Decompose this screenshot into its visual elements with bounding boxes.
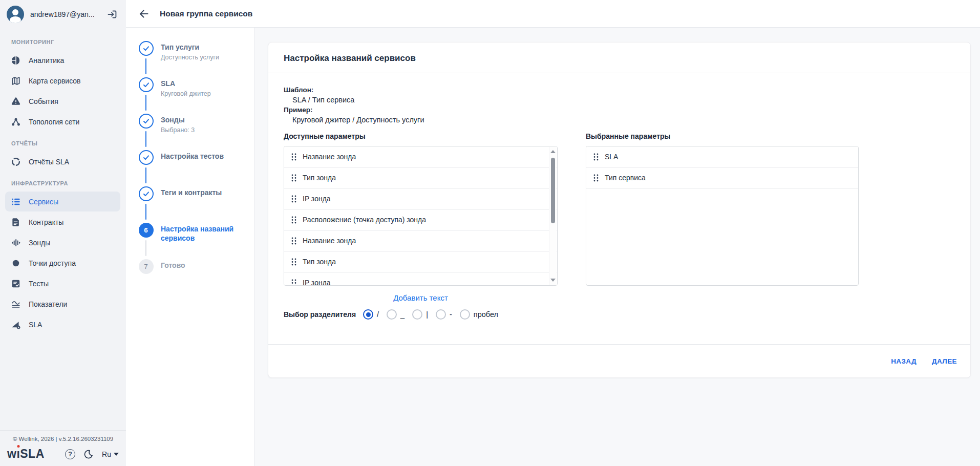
step-check-icon (139, 186, 154, 201)
param-row[interactable]: Расположение (точка доступа) зонда (284, 209, 557, 230)
separator-option-space[interactable]: пробел (460, 309, 498, 320)
param-row[interactable]: Тип сервиса (586, 167, 858, 188)
sidebar-item-label: Топология сети (29, 118, 79, 126)
step-tags-contracts[interactable]: Теги и контракты (138, 186, 249, 223)
scrollbar-thumb[interactable] (551, 158, 555, 223)
step-service-naming[interactable]: 6 Настройка названий сервисов (138, 223, 249, 259)
circle-icon (10, 258, 22, 269)
sidebar-item-label: Тесты (29, 280, 49, 288)
param-row[interactable]: IP зонда (284, 272, 557, 286)
param-label: Тип зонда (303, 174, 336, 182)
help-icon[interactable]: ? (65, 449, 75, 459)
user-menu[interactable]: andrew1897@yan... (0, 0, 126, 29)
language-selector[interactable]: Ru (102, 450, 119, 458)
sidebar-item-access-points[interactable]: Точки доступа (5, 253, 120, 273)
service-naming-card: Настройка названий сервисов Шаблон: SLA … (268, 42, 971, 378)
separator-option-underscore[interactable]: _ (387, 309, 404, 320)
step-title: Тип услуги (161, 43, 219, 52)
drag-handle-icon[interactable] (291, 174, 296, 182)
template-value: SLA / Тип сервиса (284, 95, 955, 105)
step-title: Зонды (161, 116, 195, 125)
param-row[interactable]: Название зонда (284, 146, 557, 167)
separator-option-dash[interactable]: - (436, 309, 452, 320)
arrow-left-icon[interactable] (137, 7, 151, 20)
sidebar-item-label: Отчёты SLA (29, 158, 69, 166)
sidebar-footer: © Wellink, 2026 | v.5.2.16.2603231109 wı… (0, 430, 126, 466)
radio-selected-icon (363, 309, 373, 320)
param-row[interactable]: IP зонда (284, 188, 557, 209)
sidebar-item-service-map[interactable]: Карта сервисов (5, 71, 120, 91)
drag-handle-icon[interactable] (593, 153, 599, 161)
language-label: Ru (102, 450, 111, 458)
sidebar-item-topology[interactable]: Топология сети (5, 112, 120, 132)
sidebar-item-services[interactable]: Сервисы (5, 192, 120, 211)
sidebar-item-indicators[interactable]: Показатели (5, 294, 120, 314)
separator-option-label: пробел (474, 310, 498, 319)
step-test-settings[interactable]: Настройка тестов (138, 150, 249, 186)
scroll-down-arrow-icon[interactable] (550, 279, 556, 282)
drag-handle-icon[interactable] (593, 174, 599, 182)
param-row[interactable]: Название зонда (284, 230, 557, 251)
logout-icon[interactable] (106, 9, 118, 20)
separator-option-label: / (377, 310, 379, 319)
sidebar-item-label: Сервисы (29, 198, 58, 206)
dark-mode-moon-icon[interactable] (83, 449, 94, 459)
step-probes[interactable]: Зонды Выбрано: 3 (138, 114, 249, 150)
next-button[interactable]: ДАЛЕЕ (932, 357, 957, 365)
sidebar-item-analytics[interactable]: Аналитика (5, 50, 120, 70)
available-params-list: Название зонда Тип зонда IP зонда (284, 146, 558, 286)
sidebar-item-contracts[interactable]: Контракты (5, 212, 120, 232)
param-label: Тип сервиса (605, 174, 646, 182)
separator-option-slash[interactable]: / (363, 309, 379, 320)
nav-section-infrastructure: ИНФРАСТРУКТУРА (0, 172, 126, 192)
param-row[interactable]: Тип зонда (284, 251, 557, 272)
sidebar-item-tests[interactable]: Тесты (5, 273, 120, 293)
sidebar-item-label: Точки доступа (29, 259, 76, 267)
drag-handle-icon[interactable] (291, 195, 296, 203)
scroll-up-arrow-icon[interactable] (550, 150, 556, 153)
radio-icon (387, 309, 397, 320)
version-text: © Wellink, 2026 | v.5.2.16.2603231109 (7, 436, 119, 442)
segmented-circle-icon (10, 156, 22, 167)
param-label: IP зонда (303, 195, 331, 203)
separator-option-pipe[interactable]: | (412, 309, 428, 320)
step-sla[interactable]: SLA Круговой джитер (138, 77, 249, 114)
drag-handle-icon[interactable] (291, 258, 296, 266)
sidebar: andrew1897@yan... МОНИТОРИНГ (0, 0, 126, 466)
drag-handle-icon[interactable] (291, 237, 296, 245)
back-button[interactable]: НАЗАД (891, 357, 917, 365)
template-label: Шаблон: (284, 85, 955, 95)
step-title: Настройка названий сервисов (161, 225, 245, 243)
scrollbar[interactable] (549, 147, 557, 285)
param-row[interactable]: Тип зонда (284, 167, 557, 188)
add-text-link[interactable]: Добавить текст (393, 293, 448, 302)
available-params-title: Доступные параметры (284, 132, 558, 140)
step-done[interactable]: 7 Готово (138, 259, 249, 274)
separator-option-label: | (426, 310, 428, 319)
sidebar-item-label: SLA (29, 321, 42, 329)
list-icon (10, 196, 22, 207)
param-label: Расположение (точка доступа) зонда (303, 216, 426, 224)
drag-handle-icon[interactable] (291, 279, 296, 286)
sidebar-item-sla[interactable]: SLA (5, 314, 120, 334)
param-row[interactable]: SLA (586, 146, 858, 167)
sidebar-item-sla-reports[interactable]: Отчёты SLA (5, 152, 120, 172)
sidebar-item-label: События (29, 97, 58, 105)
sidebar-item-events[interactable]: События (5, 91, 120, 111)
warning-triangle-icon (10, 96, 22, 107)
drag-handle-icon[interactable] (291, 216, 296, 224)
step-number: 6 (139, 223, 154, 238)
logo-red-dot (17, 445, 19, 448)
selected-params-title: Выбранные параметры (586, 132, 859, 140)
step-service-type[interactable]: Тип услуги Доступность услуги (138, 41, 249, 77)
separator-choice: Выбор разделителя / _ | (284, 309, 955, 320)
step-check-icon (139, 150, 154, 165)
map-icon (10, 75, 22, 87)
main-area: Новая группа сервисов Тип услуги Доступн… (126, 0, 980, 466)
step-subtitle: Выбрано: 3 (161, 126, 195, 134)
sidebar-item-probes[interactable]: Зонды (5, 232, 120, 252)
step-check-icon (139, 77, 154, 92)
selected-params-list: SLA Тип сервиса (586, 146, 859, 286)
drag-handle-icon[interactable] (291, 153, 296, 161)
sidebar-nav: МОНИТОРИНГ Аналитика (0, 29, 126, 335)
